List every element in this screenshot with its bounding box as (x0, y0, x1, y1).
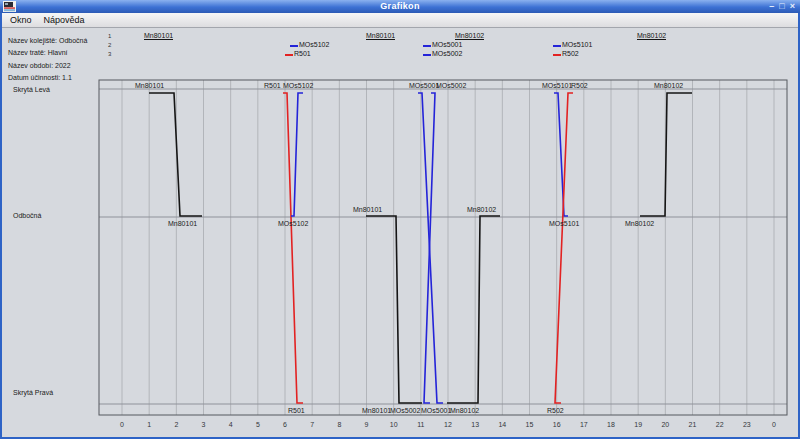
train-path-MOs5001[interactable] (418, 93, 443, 403)
window-border-left (0, 13, 2, 439)
axis-hour-label: 1 (147, 421, 151, 428)
legend-train-R502[interactable]: R502 (553, 50, 579, 57)
axis-hour-label: 4 (229, 421, 233, 428)
axis-hour-label: 0 (120, 421, 124, 428)
train-label: Mn80101 (362, 407, 391, 414)
axis-hour-label: 11 (417, 421, 424, 428)
train-label: MOs5002 (436, 82, 466, 89)
station-label: Odbočná (13, 212, 41, 219)
train-label: R502 (571, 82, 588, 89)
train-label: MOs5102 (283, 82, 313, 89)
info-track-layout: Název kolejiště: Odbočná (8, 37, 87, 44)
axis-hour-label: 23 (743, 421, 751, 428)
legend-row-number: 2 (108, 42, 111, 48)
axis-hour-label: 3 (202, 421, 206, 428)
train-label: Mn80101 (135, 82, 164, 89)
axis-hour-label: 21 (689, 421, 697, 428)
train-path-R501[interactable] (283, 93, 303, 403)
close-button[interactable]: × (790, 2, 795, 11)
axis-hour-label: 13 (471, 421, 479, 428)
axis-hour-label: 2 (174, 421, 178, 428)
legend-train-MOs5002[interactable]: MOs5002 (423, 50, 462, 57)
train-label: R501 (288, 407, 305, 414)
train-label: Mn80101 (168, 220, 197, 227)
axis-hour-label: 6 (283, 421, 287, 428)
legend-train-label: Mn80101 (144, 32, 173, 40)
train-path-Mn80102[interactable] (447, 216, 500, 403)
train-label: Mn80101 (353, 206, 382, 213)
axis-hour-label: 16 (553, 421, 561, 428)
axis-hour-label: 20 (661, 421, 669, 428)
legend-color-dash (285, 54, 293, 56)
legend-color-dash (553, 45, 561, 47)
axis-hour-label: 19 (634, 421, 642, 428)
axis-hour-label: 17 (580, 421, 588, 428)
legend-train-Mn80102[interactable]: Mn80102 (637, 32, 666, 40)
train-path-Mn80101[interactable] (149, 93, 202, 216)
axis-hour-label: 12 (444, 421, 452, 428)
train-label: MOs5001 (421, 407, 451, 414)
menu-item-napoveda[interactable]: Nápověda (44, 15, 85, 25)
minimize-button[interactable]: – (769, 2, 774, 11)
menu-item-okno[interactable]: Okno (10, 15, 32, 25)
train-label: MOs5102 (278, 220, 308, 227)
axis-hour-label: 8 (337, 421, 341, 428)
train-graph: Mn80101R501MOs5102MOs5001MOs5002MOs5101R… (0, 0, 800, 439)
legend-train-label: Mn80102 (637, 32, 666, 40)
legend-train-MOs5102[interactable]: MOs5102 (290, 41, 329, 48)
train-label: MOs5001 (409, 82, 439, 89)
info-valid-date: Datum účinnosti: 1.1 (8, 74, 72, 81)
legend-train-label: Mn80102 (455, 32, 484, 40)
legend-train-R501[interactable]: R501 (285, 50, 311, 57)
axis-hour-label: 14 (498, 421, 506, 428)
train-label: R502 (547, 407, 564, 414)
legend-train-label: MOs5101 (562, 41, 592, 48)
legend-train-Mn80101[interactable]: Mn80101 (366, 32, 395, 40)
legend-train-Mn80101[interactable]: Mn80101 (144, 32, 173, 40)
station-label: Skrytá Pravá (13, 389, 53, 396)
legend-train-MOs5001[interactable]: MOs5001 (423, 41, 462, 48)
axis-hour-label: 7 (310, 421, 314, 428)
legend-row-number: 1 (108, 33, 111, 39)
axis-hour-label: 15 (526, 421, 534, 428)
station-label: Skrytá Levá (13, 86, 50, 93)
axis-hour-label: 5 (256, 421, 260, 428)
axis-hour-label: 9 (365, 421, 369, 428)
app-window: Mn80101R501MOs5102MOs5001MOs5002MOs5101R… (0, 0, 800, 439)
legend-train-label: Mn80101 (366, 32, 395, 40)
axis-hour-label: 22 (716, 421, 724, 428)
train-label: MOs5101 (542, 82, 572, 89)
axis-hour-label: 10 (390, 421, 398, 428)
window-title: Grafikon (0, 1, 800, 11)
maximize-button[interactable]: □ (779, 2, 784, 11)
train-label: R501 (264, 82, 281, 89)
legend-color-dash (423, 54, 431, 56)
legend-color-dash (423, 45, 431, 47)
menubar: Okno Nápověda (2, 13, 798, 28)
train-path-MOs5002[interactable] (424, 93, 435, 403)
legend-train-label: MOs5001 (432, 41, 462, 48)
legend-color-dash (290, 45, 298, 47)
train-label: Mn80102 (654, 82, 683, 89)
legend-train-label: MOs5002 (432, 50, 462, 57)
train-path-MOs5102[interactable] (291, 93, 303, 216)
legend-row-number: 3 (108, 51, 111, 57)
info-route-name: Název tratě: Hlavní (8, 49, 68, 56)
train-path-Mn80102[interactable] (640, 93, 692, 216)
info-period: Název období: 2022 (8, 62, 71, 69)
legend-train-MOs5101[interactable]: MOs5101 (553, 41, 592, 48)
train-label: Mn80102 (450, 407, 479, 414)
train-label: Mn80102 (467, 206, 496, 213)
legend-color-dash (553, 54, 561, 56)
titlebar[interactable]: Grafikon – □ × (0, 0, 800, 13)
train-label: Mn80102 (625, 220, 654, 227)
axis-hour-label: 18 (607, 421, 615, 428)
axis-hour-label: 0 (772, 421, 776, 428)
train-label: MOs5002 (390, 407, 420, 414)
legend-train-Mn80102[interactable]: Mn80102 (455, 32, 484, 40)
legend-train-label: MOs5102 (299, 41, 329, 48)
plot-border (99, 80, 787, 415)
train-label: MOs5101 (549, 220, 579, 227)
train-path-R502[interactable] (555, 93, 573, 403)
legend-train-label: R501 (294, 50, 311, 57)
